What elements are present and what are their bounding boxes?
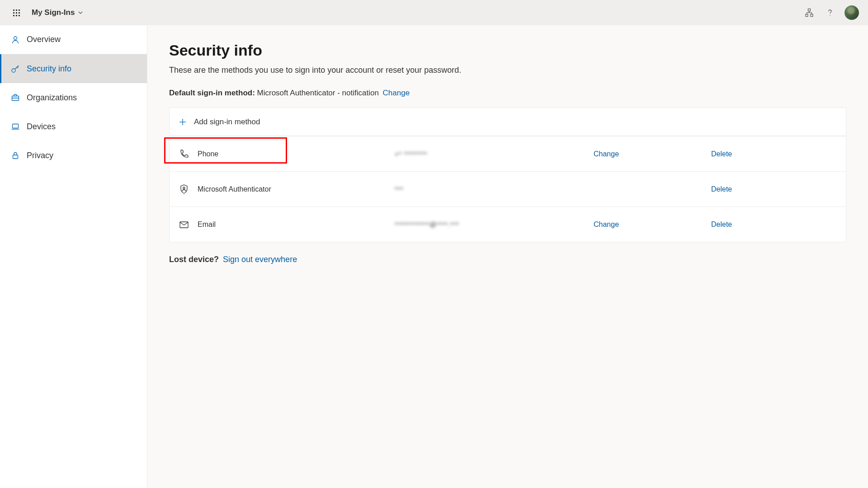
chevron-down-icon xyxy=(77,9,84,16)
sidebar: Overview Security info Organizations Dev… xyxy=(0,25,147,488)
method-value: ************@****.*** xyxy=(395,221,594,228)
delete-method-link[interactable]: Delete xyxy=(711,221,846,229)
key-icon xyxy=(10,64,20,74)
user-avatar[interactable] xyxy=(844,5,859,20)
svg-point-9 xyxy=(12,69,15,72)
default-signin-value: Microsoft Authenticator - notification xyxy=(257,89,379,97)
sign-out-everywhere-link[interactable]: Sign out everywhere xyxy=(223,255,297,264)
apps-grid-icon xyxy=(13,9,20,16)
method-value: *** xyxy=(395,186,594,193)
change-method-link[interactable]: Change xyxy=(594,150,711,158)
app-launcher-button[interactable] xyxy=(9,5,24,20)
method-row-email: Email ************@****.*** Change Delet… xyxy=(170,206,846,242)
svg-point-16 xyxy=(183,187,185,189)
default-signin-line: Default sign-in method: Microsoft Authen… xyxy=(169,89,846,98)
svg-point-7 xyxy=(830,15,830,16)
email-icon xyxy=(178,218,190,231)
help-button[interactable] xyxy=(821,4,839,22)
svg-rect-0 xyxy=(808,9,811,11)
sidebar-item-label: Privacy xyxy=(27,151,53,160)
method-row-phone: Phone +* ******** Change Delete xyxy=(170,136,846,171)
topbar: My Sign-Ins xyxy=(0,0,868,25)
main-content: Security info These are the methods you … xyxy=(147,25,868,488)
method-name-label: Microsoft Authenticator xyxy=(198,185,271,193)
default-signin-label: Default sign-in method: xyxy=(169,89,255,97)
app-title-dropdown[interactable]: My Sign-Ins xyxy=(32,8,84,17)
person-icon xyxy=(10,35,20,45)
sidebar-item-label: Devices xyxy=(27,122,56,131)
svg-rect-1 xyxy=(806,14,808,17)
method-name-label: Email xyxy=(198,221,216,229)
delete-method-link[interactable]: Delete xyxy=(711,185,846,193)
sidebar-item-privacy[interactable]: Privacy xyxy=(0,141,147,170)
org-chart-button[interactable] xyxy=(800,4,818,22)
add-signin-method-label: Add sign-in method xyxy=(194,117,260,127)
lost-device-label: Lost device? xyxy=(169,255,219,264)
svg-rect-11 xyxy=(13,124,19,128)
page-title: Security info xyxy=(169,42,846,59)
change-method-link[interactable]: Change xyxy=(594,221,711,229)
plus-icon xyxy=(178,117,188,127)
sidebar-item-security-info[interactable]: Security info xyxy=(0,54,147,83)
delete-method-link[interactable]: Delete xyxy=(711,150,846,158)
org-chart-icon xyxy=(805,8,814,17)
lock-icon xyxy=(10,150,20,160)
method-row-authenticator: Microsoft Authenticator *** Delete xyxy=(170,171,846,206)
sidebar-item-organizations[interactable]: Organizations xyxy=(0,83,147,112)
page-description: These are the methods you use to sign in… xyxy=(169,66,846,75)
help-icon xyxy=(826,8,835,17)
add-method-row: Add sign-in method xyxy=(170,108,846,136)
sidebar-item-devices[interactable]: Devices xyxy=(0,112,147,141)
app-title-label: My Sign-Ins xyxy=(32,8,75,17)
sidebar-item-label: Organizations xyxy=(27,93,77,103)
method-value: +* ******** xyxy=(395,150,594,158)
phone-icon xyxy=(178,148,190,160)
briefcase-icon xyxy=(10,93,20,103)
add-signin-method-button[interactable]: Add sign-in method xyxy=(178,117,260,127)
laptop-icon xyxy=(10,122,20,131)
change-default-link[interactable]: Change xyxy=(383,89,410,97)
svg-point-8 xyxy=(14,37,17,40)
sidebar-item-label: Security info xyxy=(27,64,71,74)
authenticator-icon xyxy=(178,183,190,196)
methods-table: Add sign-in method Phone +* ******** Cha… xyxy=(169,108,846,242)
svg-rect-13 xyxy=(13,155,18,159)
method-name-label: Phone xyxy=(198,150,218,158)
sidebar-item-overview[interactable]: Overview xyxy=(0,25,147,54)
sidebar-item-label: Overview xyxy=(27,35,61,44)
lost-device-line: Lost device? Sign out everywhere xyxy=(169,255,846,264)
svg-rect-2 xyxy=(811,14,813,17)
